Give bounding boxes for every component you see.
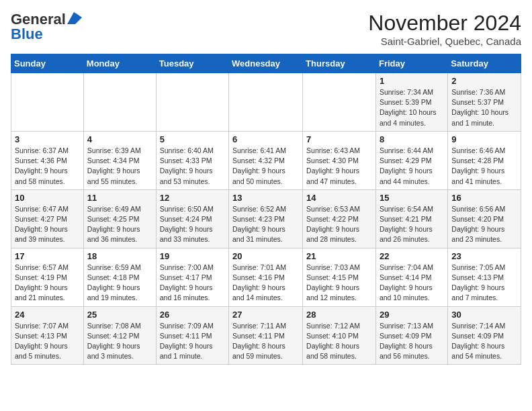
calendar-cell: 12Sunrise: 6:50 AM Sunset: 4:24 PM Dayli… bbox=[156, 189, 228, 248]
day-detail: Sunrise: 7:11 AM Sunset: 4:11 PM Dayligh… bbox=[232, 321, 299, 362]
day-detail: Sunrise: 7:04 AM Sunset: 4:14 PM Dayligh… bbox=[380, 263, 444, 304]
calendar-cell: 9Sunrise: 6:46 AM Sunset: 4:28 PM Daylig… bbox=[448, 131, 521, 189]
day-detail: Sunrise: 6:46 AM Sunset: 4:28 PM Dayligh… bbox=[451, 146, 517, 187]
calendar-cell: 22Sunrise: 7:04 AM Sunset: 4:14 PM Dayli… bbox=[375, 248, 447, 306]
day-number: 7 bbox=[306, 134, 372, 144]
day-detail: Sunrise: 7:08 AM Sunset: 4:12 PM Dayligh… bbox=[87, 321, 152, 362]
day-detail: Sunrise: 7:00 AM Sunset: 4:17 PM Dayligh… bbox=[160, 263, 225, 304]
calendar-body: 1Sunrise: 7:34 AM Sunset: 5:39 PM Daylig… bbox=[11, 73, 521, 365]
calendar-cell bbox=[303, 73, 376, 132]
day-header-sunday: Sunday bbox=[11, 54, 84, 73]
day-number: 30 bbox=[451, 310, 517, 320]
day-detail: Sunrise: 6:44 AM Sunset: 4:29 PM Dayligh… bbox=[380, 146, 444, 187]
day-detail: Sunrise: 7:03 AM Sunset: 4:15 PM Dayligh… bbox=[306, 263, 372, 304]
calendar-cell: 30Sunrise: 7:14 AM Sunset: 4:09 PM Dayli… bbox=[448, 306, 521, 365]
day-detail: Sunrise: 6:57 AM Sunset: 4:19 PM Dayligh… bbox=[15, 263, 80, 304]
day-number: 20 bbox=[232, 251, 299, 261]
day-detail: Sunrise: 6:37 AM Sunset: 4:36 PM Dayligh… bbox=[15, 146, 80, 187]
week-row-4: 24Sunrise: 7:07 AM Sunset: 4:13 PM Dayli… bbox=[11, 306, 521, 365]
calendar-cell: 17Sunrise: 6:57 AM Sunset: 4:19 PM Dayli… bbox=[11, 248, 84, 306]
day-detail: Sunrise: 6:41 AM Sunset: 4:32 PM Dayligh… bbox=[232, 146, 299, 187]
day-number: 24 bbox=[15, 310, 80, 320]
day-detail: Sunrise: 6:39 AM Sunset: 4:34 PM Dayligh… bbox=[87, 146, 152, 187]
day-number: 21 bbox=[306, 251, 372, 261]
day-header-tuesday: Tuesday bbox=[156, 54, 228, 73]
day-detail: Sunrise: 7:05 AM Sunset: 4:13 PM Dayligh… bbox=[451, 263, 517, 304]
day-detail: Sunrise: 6:56 AM Sunset: 4:20 PM Dayligh… bbox=[451, 204, 517, 245]
calendar-cell: 6Sunrise: 6:41 AM Sunset: 4:32 PM Daylig… bbox=[229, 131, 303, 189]
calendar-cell: 10Sunrise: 6:47 AM Sunset: 4:27 PM Dayli… bbox=[11, 189, 84, 248]
location-subtitle: Saint-Gabriel, Quebec, Canada bbox=[368, 36, 521, 47]
day-detail: Sunrise: 7:34 AM Sunset: 5:39 PM Dayligh… bbox=[380, 87, 444, 128]
day-number: 5 bbox=[160, 134, 225, 144]
day-detail: Sunrise: 7:14 AM Sunset: 4:09 PM Dayligh… bbox=[451, 321, 517, 362]
week-row-2: 10Sunrise: 6:47 AM Sunset: 4:27 PM Dayli… bbox=[11, 189, 521, 248]
calendar-cell: 20Sunrise: 7:01 AM Sunset: 4:16 PM Dayli… bbox=[229, 248, 303, 306]
calendar-cell bbox=[156, 73, 228, 132]
calendar-cell: 4Sunrise: 6:39 AM Sunset: 4:34 PM Daylig… bbox=[83, 131, 156, 189]
day-number: 10 bbox=[15, 193, 80, 203]
logo: General Blue bbox=[11, 11, 82, 43]
day-number: 13 bbox=[232, 193, 299, 203]
day-number: 18 bbox=[87, 251, 152, 261]
calendar-cell: 23Sunrise: 7:05 AM Sunset: 4:13 PM Dayli… bbox=[448, 248, 521, 306]
calendar-cell: 15Sunrise: 6:54 AM Sunset: 4:21 PM Dayli… bbox=[375, 189, 447, 248]
day-header-monday: Monday bbox=[83, 54, 156, 73]
day-header-friday: Friday bbox=[375, 54, 447, 73]
day-number: 3 bbox=[15, 134, 80, 144]
day-detail: Sunrise: 6:40 AM Sunset: 4:33 PM Dayligh… bbox=[160, 146, 225, 187]
calendar-cell: 7Sunrise: 6:43 AM Sunset: 4:30 PM Daylig… bbox=[303, 131, 376, 189]
day-detail: Sunrise: 7:01 AM Sunset: 4:16 PM Dayligh… bbox=[232, 263, 299, 304]
calendar-cell bbox=[229, 73, 303, 132]
calendar-cell: 29Sunrise: 7:13 AM Sunset: 4:09 PM Dayli… bbox=[375, 306, 447, 365]
day-number: 1 bbox=[380, 76, 444, 86]
calendar-cell: 24Sunrise: 7:07 AM Sunset: 4:13 PM Dayli… bbox=[11, 306, 84, 365]
day-number: 11 bbox=[87, 193, 152, 203]
calendar-cell: 16Sunrise: 6:56 AM Sunset: 4:20 PM Dayli… bbox=[448, 189, 521, 248]
calendar-table: SundayMondayTuesdayWednesdayThursdayFrid… bbox=[11, 54, 521, 365]
day-number: 23 bbox=[451, 251, 517, 261]
day-header-thursday: Thursday bbox=[303, 54, 376, 73]
day-detail: Sunrise: 6:43 AM Sunset: 4:30 PM Dayligh… bbox=[306, 146, 372, 187]
svg-marker-0 bbox=[67, 12, 82, 24]
calendar-cell: 1Sunrise: 7:34 AM Sunset: 5:39 PM Daylig… bbox=[375, 73, 447, 132]
title-block: November 2024 Saint-Gabriel, Quebec, Can… bbox=[368, 11, 521, 47]
day-number: 4 bbox=[87, 134, 152, 144]
calendar-cell: 19Sunrise: 7:00 AM Sunset: 4:17 PM Dayli… bbox=[156, 248, 228, 306]
day-number: 29 bbox=[380, 310, 444, 320]
month-title: November 2024 bbox=[368, 11, 521, 36]
calendar-cell: 3Sunrise: 6:37 AM Sunset: 4:36 PM Daylig… bbox=[11, 131, 84, 189]
page-header: General Blue November 2024 Saint-Gabriel… bbox=[11, 11, 521, 47]
day-number: 12 bbox=[160, 193, 225, 203]
calendar-cell: 21Sunrise: 7:03 AM Sunset: 4:15 PM Dayli… bbox=[303, 248, 376, 306]
day-detail: Sunrise: 6:52 AM Sunset: 4:23 PM Dayligh… bbox=[232, 204, 299, 245]
day-number: 19 bbox=[160, 251, 225, 261]
calendar-cell: 26Sunrise: 7:09 AM Sunset: 4:11 PM Dayli… bbox=[156, 306, 228, 365]
day-number: 26 bbox=[160, 310, 225, 320]
calendar-cell: 25Sunrise: 7:08 AM Sunset: 4:12 PM Dayli… bbox=[83, 306, 156, 365]
day-number: 6 bbox=[232, 134, 299, 144]
calendar-cell: 27Sunrise: 7:11 AM Sunset: 4:11 PM Dayli… bbox=[229, 306, 303, 365]
day-detail: Sunrise: 7:07 AM Sunset: 4:13 PM Dayligh… bbox=[15, 321, 80, 362]
day-detail: Sunrise: 6:50 AM Sunset: 4:24 PM Dayligh… bbox=[160, 204, 225, 245]
day-detail: Sunrise: 7:09 AM Sunset: 4:11 PM Dayligh… bbox=[160, 321, 225, 362]
calendar-cell: 8Sunrise: 6:44 AM Sunset: 4:29 PM Daylig… bbox=[375, 131, 447, 189]
calendar-cell: 14Sunrise: 6:53 AM Sunset: 4:22 PM Dayli… bbox=[303, 189, 376, 248]
logo-text-blue: Blue bbox=[11, 26, 43, 43]
logo-bird-icon bbox=[67, 12, 82, 24]
calendar-cell: 5Sunrise: 6:40 AM Sunset: 4:33 PM Daylig… bbox=[156, 131, 228, 189]
day-detail: Sunrise: 7:12 AM Sunset: 4:10 PM Dayligh… bbox=[306, 321, 372, 362]
week-row-3: 17Sunrise: 6:57 AM Sunset: 4:19 PM Dayli… bbox=[11, 248, 521, 306]
day-detail: Sunrise: 6:47 AM Sunset: 4:27 PM Dayligh… bbox=[15, 204, 80, 245]
day-detail: Sunrise: 6:49 AM Sunset: 4:25 PM Dayligh… bbox=[87, 204, 152, 245]
day-header-wednesday: Wednesday bbox=[229, 54, 303, 73]
calendar-header-row: SundayMondayTuesdayWednesdayThursdayFrid… bbox=[11, 54, 521, 73]
calendar-cell: 11Sunrise: 6:49 AM Sunset: 4:25 PM Dayli… bbox=[83, 189, 156, 248]
day-detail: Sunrise: 6:59 AM Sunset: 4:18 PM Dayligh… bbox=[87, 263, 152, 304]
day-detail: Sunrise: 7:13 AM Sunset: 4:09 PM Dayligh… bbox=[380, 321, 444, 362]
day-detail: Sunrise: 6:54 AM Sunset: 4:21 PM Dayligh… bbox=[380, 204, 444, 245]
calendar-cell: 18Sunrise: 6:59 AM Sunset: 4:18 PM Dayli… bbox=[83, 248, 156, 306]
day-number: 15 bbox=[380, 193, 444, 203]
calendar-cell: 13Sunrise: 6:52 AM Sunset: 4:23 PM Dayli… bbox=[229, 189, 303, 248]
week-row-1: 3Sunrise: 6:37 AM Sunset: 4:36 PM Daylig… bbox=[11, 131, 521, 189]
